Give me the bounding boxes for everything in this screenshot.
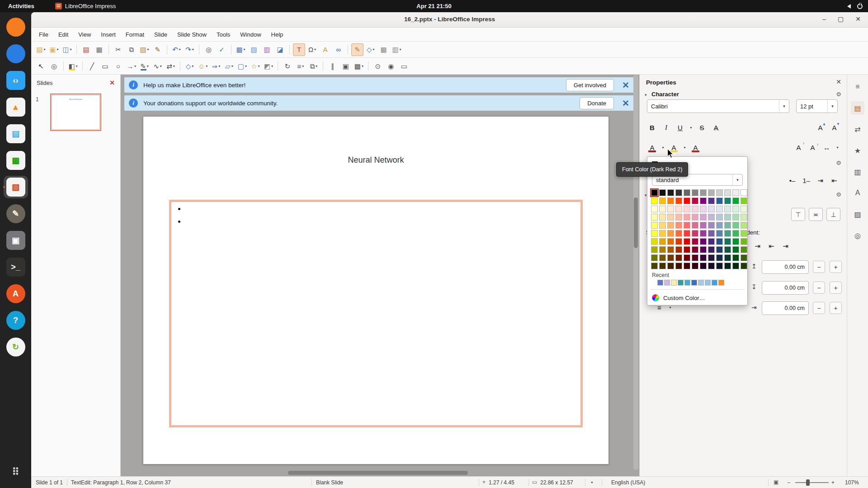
edit-points-button[interactable]: ⊙	[372, 60, 384, 72]
color-swatch-r4c7[interactable]	[708, 222, 715, 229]
basic-shapes-button[interactable]: ◇▾	[184, 60, 196, 72]
color-swatch-r4c4[interactable]	[684, 222, 690, 229]
color-swatch-r1c6[interactable]	[700, 197, 707, 204]
recent-color-swatch-4[interactable]	[684, 280, 690, 286]
save-dropdown-icon[interactable]: ▾	[70, 47, 72, 52]
color-swatch-r7c9[interactable]	[724, 246, 731, 253]
dock-item-files[interactable]: ▣	[4, 229, 28, 252]
color-swatch-r6c3[interactable]	[675, 238, 682, 245]
align-top-button[interactable]: ⊤	[791, 208, 805, 221]
color-swatch-r4c10[interactable]	[732, 222, 739, 229]
increase-font-size-button[interactable]: A▲	[814, 122, 826, 134]
first-line-indent-input[interactable]: 0.00 cm	[762, 301, 809, 315]
color-swatch-r5c8[interactable]	[716, 230, 723, 237]
decrease-indent-button[interactable]: ⇤	[765, 240, 778, 252]
color-swatch-r2c9[interactable]	[724, 206, 731, 212]
color-swatch-r2c11[interactable]	[741, 206, 747, 212]
above-paragraph-spacing-decrease-button[interactable]: −	[813, 261, 825, 273]
color-swatch-r2c2[interactable]	[667, 206, 674, 212]
color-swatch-r4c2[interactable]	[667, 222, 674, 229]
recent-color-swatch-8[interactable]	[712, 280, 717, 286]
redo-button[interactable]: ↷▾	[184, 43, 196, 56]
menu-format[interactable]: Format	[121, 28, 149, 41]
color-swatch-r2c1[interactable]	[659, 206, 666, 212]
color-swatch-r2c8[interactable]	[716, 206, 723, 212]
superscript-button[interactable]: A²	[793, 141, 805, 154]
color-swatch-r6c11[interactable]	[741, 238, 747, 245]
insert-media-button[interactable]: ▥	[261, 43, 273, 56]
color-swatch-r3c10[interactable]	[732, 214, 739, 221]
below-paragraph-spacing-input[interactable]: 0.00 cm	[762, 281, 809, 295]
color-swatch-r8c0[interactable]	[651, 254, 658, 261]
minimize-button[interactable]: –	[822, 15, 826, 23]
color-swatch-r3c1[interactable]	[659, 214, 666, 221]
block-arrows-dropdown-icon[interactable]: ▾	[218, 64, 220, 68]
activities-button[interactable]: Activities	[0, 3, 42, 9]
color-swatch-r3c7[interactable]	[708, 214, 715, 221]
power-icon[interactable]	[857, 4, 863, 9]
color-swatch-r4c9[interactable]	[724, 222, 731, 229]
color-swatch-r0c9[interactable]	[724, 189, 731, 196]
color-swatch-r7c0[interactable]	[651, 246, 658, 253]
zoom-pan-button[interactable]: ◎	[48, 60, 60, 72]
color-swatch-r6c8[interactable]	[716, 238, 723, 245]
dock-item-app-grid[interactable]: ⠿	[4, 461, 28, 483]
selected-text-box[interactable]	[169, 200, 583, 427]
menu-tools[interactable]: Tools	[212, 28, 235, 41]
color-swatch-r7c6[interactable]	[700, 246, 707, 253]
color-swatch-r3c6[interactable]	[700, 214, 707, 221]
color-swatch-r4c5[interactable]	[692, 222, 698, 229]
color-swatch-r5c0[interactable]	[651, 230, 658, 237]
color-swatch-r5c2[interactable]	[667, 230, 674, 237]
above-paragraph-spacing-increase-button[interactable]: +	[830, 261, 842, 273]
fill-color-dropdown-icon[interactable]: ▾	[76, 64, 78, 68]
underline-dropdown-icon[interactable]: ▾	[688, 122, 694, 134]
color-swatch-r9c11[interactable]	[741, 263, 747, 269]
volume-icon[interactable]	[847, 4, 851, 9]
first-line-indent-decrease-button[interactable]: −	[813, 302, 825, 314]
color-swatch-r7c1[interactable]	[659, 246, 666, 253]
rectangle-button[interactable]: ▭	[99, 60, 111, 72]
ordered-list-button[interactable]: 1–	[800, 174, 812, 187]
dock-item-gimp[interactable]: ✎	[4, 202, 28, 225]
distribute-button[interactable]: ∥	[326, 60, 339, 72]
tab-navigator-icon[interactable]: ◎	[851, 229, 864, 242]
donate-button[interactable]: Donate	[580, 97, 614, 109]
color-swatch-r5c6[interactable]	[700, 230, 707, 237]
color-swatch-r0c7[interactable]	[708, 189, 715, 196]
color-swatch-r8c6[interactable]	[700, 254, 707, 261]
color-swatch-r8c2[interactable]	[667, 254, 674, 261]
color-swatch-r3c3[interactable]	[675, 214, 682, 221]
dock-item-help[interactable]: ?	[4, 309, 28, 332]
color-swatch-r1c3[interactable]	[675, 197, 682, 204]
color-swatch-r2c10[interactable]	[732, 206, 739, 212]
color-swatch-r2c4[interactable]	[684, 206, 690, 212]
curves-polygons-dropdown-icon[interactable]: ▾	[160, 64, 162, 68]
palette-select-dropdown-icon[interactable]: ▾	[732, 174, 742, 185]
color-swatch-r5c9[interactable]	[724, 230, 731, 237]
decrease-font-size-button[interactable]: A▼	[828, 122, 840, 134]
filter-button[interactable]: ▩▾	[353, 60, 365, 72]
font-size-dropdown-icon[interactable]: ▾	[827, 100, 837, 113]
color-swatch-r7c3[interactable]	[675, 246, 682, 253]
color-swatch-r1c9[interactable]	[724, 197, 731, 204]
menu-insert[interactable]: Insert	[96, 28, 121, 41]
connectors-dropdown-icon[interactable]: ▾	[173, 64, 175, 68]
color-swatch-r4c3[interactable]	[675, 222, 682, 229]
vertical-scrollbar-thumb[interactable]	[634, 197, 638, 248]
toggle-extrusion-button[interactable]: ▭	[398, 60, 410, 72]
color-swatch-r7c5[interactable]	[692, 246, 698, 253]
clone-formatting-button[interactable]: ✎	[151, 43, 164, 56]
color-swatch-r7c10[interactable]	[732, 246, 739, 253]
color-swatch-r5c5[interactable]	[692, 230, 698, 237]
color-swatch-r3c8[interactable]	[716, 214, 723, 221]
ellipse-button[interactable]: ○	[112, 60, 124, 72]
insert-text-box-button[interactable]: T	[293, 43, 305, 56]
new-presentation-button[interactable]: ▤▾	[35, 43, 47, 56]
maximize-button[interactable]: ▢	[838, 15, 844, 23]
color-swatch-r9c8[interactable]	[716, 263, 723, 269]
color-swatch-r9c6[interactable]	[700, 263, 707, 269]
document-modified-icon[interactable]: ▪	[591, 479, 593, 485]
zoom-in-button[interactable]: +	[831, 479, 835, 486]
color-swatch-r7c11[interactable]	[741, 246, 747, 253]
